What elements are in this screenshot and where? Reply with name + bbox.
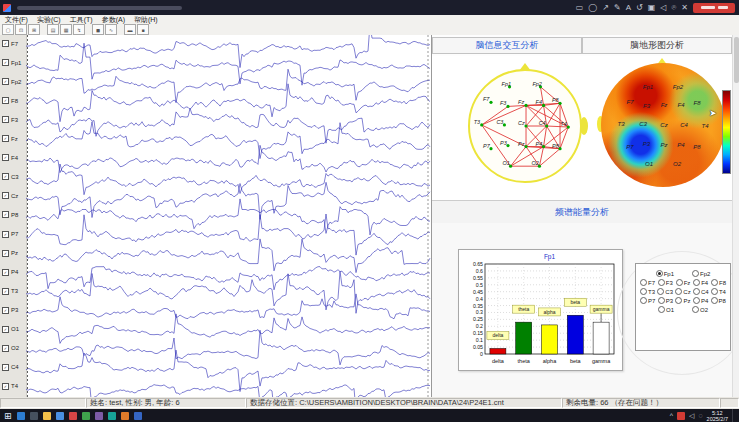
radio-F4[interactable]: F4 (693, 279, 708, 286)
show-desktop-button[interactable] (732, 409, 736, 422)
radio-C4[interactable]: C4 (693, 288, 709, 295)
radio-button-icon[interactable] (658, 306, 665, 313)
radio-button-icon[interactable] (693, 297, 700, 304)
menu-2[interactable]: 工具(T) (70, 15, 93, 25)
tool-montage-button[interactable]: ▤ (47, 24, 59, 35)
taskbar-app-teal[interactable] (108, 412, 116, 420)
tool-new-button[interactable]: ▢ (2, 24, 14, 35)
taskbar-app-purple[interactable] (95, 412, 103, 420)
radio-Fz[interactable]: Fz (676, 279, 691, 286)
taskbar-app-dark[interactable] (30, 412, 38, 420)
tray-volume-icon[interactable]: ◁ (689, 412, 694, 420)
radio-button-icon[interactable] (692, 306, 699, 313)
radio-T4[interactable]: T4 (711, 288, 726, 295)
channel-checkbox-C3[interactable]: ✓ (2, 173, 9, 180)
tool-save-button[interactable]: ⊞ (28, 24, 40, 35)
pen-icon[interactable]: ✎ (614, 4, 621, 12)
radio-P8[interactable]: P8 (711, 297, 726, 304)
channel-checkbox-O2[interactable]: ✓ (2, 345, 9, 352)
radio-C3[interactable]: C3 (657, 288, 673, 295)
tray-network-icon[interactable]: ◌ (698, 412, 702, 420)
radio-button-icon[interactable] (656, 270, 663, 277)
channel-checkbox-O1[interactable]: ✓ (2, 326, 9, 333)
tool-record-button[interactable]: ■ (137, 24, 149, 35)
taskbar-clock[interactable]: 5:12 2025/2/7 (707, 410, 728, 422)
channel-checkbox-P3[interactable]: ✓ (2, 307, 9, 314)
close-icon[interactable]: ✕ (681, 4, 688, 12)
channel-checkbox-P8[interactable]: ✓ (2, 211, 9, 218)
radio-Fp2[interactable]: Fp2 (692, 270, 710, 277)
radio-button-icon[interactable] (640, 288, 647, 295)
radio-Cz[interactable]: Cz (675, 288, 690, 295)
taskbar-app-blue[interactable] (17, 412, 25, 420)
radio-T3[interactable]: T3 (640, 288, 655, 295)
channel-checkbox-F7[interactable]: ✓ (2, 40, 9, 47)
undo-icon[interactable]: ↺ (636, 4, 643, 12)
recording-button[interactable] (693, 3, 735, 13)
vertical-scrollbar[interactable] (732, 35, 739, 397)
scrollbar-thumb[interactable] (734, 37, 739, 83)
channel-checkbox-Fp1[interactable]: ✓ (2, 59, 9, 66)
radio-P4[interactable]: P4 (693, 297, 708, 304)
radio-button-icon[interactable] (693, 288, 700, 295)
mic-icon[interactable]: ⌾ (671, 4, 676, 12)
radio-O1[interactable]: O1 (658, 306, 674, 313)
menu-4[interactable]: 帮助(H) (134, 15, 158, 25)
tool-grid-button[interactable]: ▦ (60, 24, 72, 35)
radio-button-icon[interactable] (692, 270, 699, 277)
channel-checkbox-T4[interactable]: ✓ (2, 383, 9, 390)
radio-button-icon[interactable] (657, 288, 664, 295)
tray-chevron-icon[interactable]: ^ (670, 412, 673, 420)
radio-button-icon[interactable] (658, 297, 665, 304)
trash-icon[interactable]: ▣ (648, 4, 656, 12)
taskbar-app-red[interactable] (69, 412, 77, 420)
radio-F7[interactable]: F7 (640, 279, 655, 286)
speaker-icon[interactable]: ◁ (660, 4, 666, 12)
taskbar-app-folder[interactable] (43, 412, 51, 420)
tool-wave-dark-button[interactable]: ◼ (92, 24, 104, 35)
menu-3[interactable]: 参数(A) (102, 15, 125, 25)
menu-1[interactable]: 实验(C) (37, 15, 61, 25)
channel-checkbox-Cz[interactable]: ✓ (2, 192, 9, 199)
channel-checkbox-Fp2[interactable]: ✓ (2, 78, 9, 85)
radio-P3[interactable]: P3 (658, 297, 673, 304)
arrow-icon[interactable]: ↗ (602, 4, 609, 12)
tool-stop-button[interactable]: ▬ (124, 24, 136, 35)
text-icon[interactable]: A (626, 4, 631, 12)
radio-P7[interactable]: P7 (640, 297, 655, 304)
taskbar-app-green[interactable] (82, 412, 90, 420)
radio-button-icon[interactable] (675, 288, 682, 295)
start-button[interactable]: ⊞ (4, 411, 12, 421)
radio-O2[interactable]: O2 (692, 306, 708, 313)
channel-checkbox-F8[interactable]: ✓ (2, 97, 9, 104)
radio-Fp1[interactable]: Fp1 (656, 270, 674, 277)
channel-checkbox-Fz[interactable]: ✓ (2, 135, 9, 142)
channel-checkbox-Pz[interactable]: ✓ (2, 250, 9, 257)
taskbar-app-navy[interactable] (134, 412, 142, 420)
radio-button-icon[interactable] (676, 279, 683, 286)
taskbar-app-chrome[interactable] (56, 412, 64, 420)
radio-Pz[interactable]: Pz (675, 297, 690, 304)
tool-open-button[interactable]: ⊡ (15, 24, 27, 35)
radio-F8[interactable]: F8 (711, 279, 726, 286)
radio-button-icon[interactable] (675, 297, 682, 304)
channel-checkbox-F4[interactable]: ✓ (2, 154, 9, 161)
tray-red-badge-icon[interactable] (677, 412, 685, 420)
tool-marker-button[interactable]: ↯ (73, 24, 85, 35)
channel-checkbox-P4[interactable]: ✓ (2, 269, 9, 276)
channel-checkbox-T3[interactable]: ✓ (2, 288, 9, 295)
radio-button-icon[interactable] (693, 279, 700, 286)
channel-checkbox-F3[interactable]: ✓ (2, 116, 9, 123)
radio-button-icon[interactable] (640, 279, 647, 286)
radio-button-icon[interactable] (711, 279, 718, 286)
radio-button-icon[interactable] (658, 279, 665, 286)
radio-button-icon[interactable] (711, 288, 718, 295)
channel-checkbox-P7[interactable]: ✓ (2, 231, 9, 238)
menu-0[interactable]: 文件(F) (5, 15, 28, 25)
radio-F3[interactable]: F3 (658, 279, 673, 286)
radio-button-icon[interactable] (640, 297, 647, 304)
radio-button-icon[interactable] (711, 297, 718, 304)
taskbar-app-orange[interactable] (121, 412, 129, 420)
channel-checkbox-C4[interactable]: ✓ (2, 364, 9, 371)
rectangle-icon[interactable]: ▭ (576, 4, 584, 12)
